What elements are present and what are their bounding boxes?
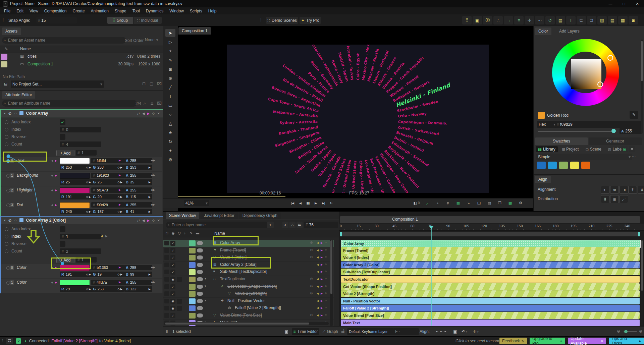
filmstrip-icon[interactable]: ▤ <box>556 16 565 24</box>
swatch-source-scene[interactable]: ▢Scene <box>583 146 603 152</box>
menu-item-window[interactable]: Window <box>167 8 186 14</box>
keyframe-diamond-icon[interactable]: ▶ <box>149 181 151 184</box>
saturation-value-square[interactable] <box>571 59 601 89</box>
pin-icon[interactable]: ⊹ <box>152 112 155 115</box>
prev-key-icon[interactable]: ◀ <box>51 189 53 192</box>
timeline-track[interactable]: TextDuplicator <box>341 276 640 283</box>
mask-icon[interactable]: ◔ <box>433 200 442 206</box>
attribute-socket[interactable] <box>5 135 8 139</box>
hex-mode-select[interactable]: Hex▾ <box>537 121 557 128</box>
hex-key-icon[interactable]: ▶ <box>119 188 121 191</box>
align-option-button[interactable]: ⇥ <box>620 186 628 194</box>
viewport-settings-icon[interactable]: ⚙ <box>516 200 525 206</box>
enabled-toggle-icon[interactable]: ⊘ <box>8 218 12 223</box>
tab-assets[interactable]: Assets <box>2 27 21 35</box>
time-editor-button[interactable]: ≡ Time Editor <box>292 328 319 335</box>
grid-dots-icon[interactable]: ⠿ <box>462 16 472 24</box>
r-field[interactable]: R191◇ ▶ <box>60 194 93 199</box>
loop-circle-icon[interactable]: ○ <box>325 270 327 273</box>
palette-more-button[interactable]: ⋯ <box>632 154 636 159</box>
color-swatch[interactable] <box>60 280 90 286</box>
sv-indicator[interactable] <box>597 81 603 87</box>
scene-layer-row[interactable]: ✓▾⇗Get Vector [Shape Position]⊘◀▶○ <box>163 283 334 290</box>
prev-key-icon[interactable]: ◀ <box>51 174 53 177</box>
folder-icon[interactable]: ⊟ <box>142 81 146 86</box>
prev-key-icon[interactable]: ◀ <box>317 306 319 309</box>
attribute-socket[interactable] <box>5 235 8 238</box>
keyframe-diamond-icon[interactable]: ◇ ▶ <box>117 195 122 198</box>
columns-icon[interactable]: ▥ <box>597 16 607 24</box>
color-array-item[interactable]: 1Background◀▶#191923▶A255◆▶R25◇ ▶G25◇ ▶B… <box>1 172 162 186</box>
alpha-field[interactable]: A255 <box>124 280 152 285</box>
tab-swatches[interactable]: Swatches <box>535 137 588 145</box>
align-option-button[interactable]: ⋰ <box>620 195 628 203</box>
next-key-icon[interactable]: ▶ <box>321 270 323 273</box>
lock-cell[interactable] <box>164 291 169 296</box>
visibility-cell[interactable]: ✓ <box>170 313 175 318</box>
alpha-more-icon[interactable]: ◆▶ <box>151 281 155 284</box>
timeline-zoom-handle[interactable] <box>624 330 628 333</box>
next-key-icon[interactable]: ▶ <box>147 112 150 115</box>
lock-cell[interactable] <box>164 241 169 245</box>
snap-frames-button[interactable]: -||-▸ <box>471 328 481 335</box>
lock-cell[interactable] <box>164 277 169 282</box>
layer-color-tag[interactable] <box>189 298 196 304</box>
add-color-button[interactable]: + Add <box>56 150 74 156</box>
prev-key-icon[interactable]: ◀ <box>142 112 145 115</box>
onion-skin-icon[interactable]: ◧0 <box>412 200 421 206</box>
scene-tab-1[interactable]: JavaScript Editor <box>201 212 238 219</box>
lock-cell[interactable] <box>164 284 169 289</box>
alpha-more-icon[interactable]: ◆▶ <box>151 203 155 206</box>
asset-row[interactable]: ▭Composition 130.00fps1920 x 1080 <box>0 61 163 68</box>
color-array-item[interactable]: 2Highlight◀▶#bf1473▶A255◆▶R191◇ ▶G20◇ ▶B… <box>1 186 162 201</box>
next-key-icon[interactable]: ▶ <box>55 204 57 207</box>
color-socket[interactable] <box>6 189 10 192</box>
viewport-tab-composition[interactable]: Composition 1 <box>178 27 211 35</box>
palette-swatch-3[interactable] <box>570 162 579 169</box>
fast-forward-icon[interactable]: » <box>464 200 473 206</box>
camera-tool-icon[interactable]: ◙ <box>165 65 175 73</box>
status-button-tips-and-tricks[interactable]: Tips and Tricks➤ <box>609 338 644 344</box>
visibility-cell[interactable]: ◉ <box>170 306 175 311</box>
collapse-chevron-icon[interactable]: ▾ <box>4 219 6 222</box>
toolbar-drag-handle-2[interactable]: ⁞ <box>260 18 261 22</box>
pick-filter-icon[interactable]: ∴ <box>289 222 296 228</box>
add-count-field[interactable]: #1 <box>76 257 97 263</box>
next-key-icon[interactable]: ▶ <box>321 263 323 266</box>
range-end-handle[interactable] <box>638 232 640 236</box>
close-button[interactable]: ✕ <box>631 0 644 7</box>
hex-key-icon[interactable]: ▶ <box>119 174 121 177</box>
alpha-more-icon[interactable]: ◆▶ <box>151 159 155 162</box>
next-key-icon[interactable]: ▶ <box>147 219 150 222</box>
scene-layer-row[interactable]: ✓≡Sub-Mesh [TextDuplicator]◀▶○ <box>163 269 334 276</box>
prev-key-icon[interactable]: ◀ <box>317 314 319 317</box>
individual-mode-button[interactable]: ∷ Individual <box>133 17 162 24</box>
r-field[interactable]: R25◇ ▶ <box>60 179 93 185</box>
timeline-frame-field[interactable]: F - <box>393 328 419 335</box>
prev-key-icon[interactable]: ◀ <box>317 241 319 244</box>
message-count-badge[interactable]: 2 <box>16 338 21 344</box>
layer-toggle-pill[interactable] <box>197 248 203 252</box>
timeline-track[interactable]: Null - Position Vector <box>341 298 640 304</box>
palette-select[interactable]: Simple▾ <box>536 154 632 160</box>
align-option-button[interactable]: ⇳ <box>638 186 644 194</box>
tab-add-layers[interactable]: Add Layers <box>556 27 583 35</box>
layer-color-tag[interactable] <box>189 262 196 268</box>
lock-cell[interactable] <box>164 299 169 303</box>
lock-cell[interactable] <box>164 313 169 318</box>
loop-circle-icon[interactable]: ○ <box>325 284 327 288</box>
status-button-upgrade-to-pro[interactable]: Upgrade to Pro✦ <box>530 338 565 344</box>
keyframe-diamond-icon[interactable]: ◇ ▶ <box>117 181 122 184</box>
keyframe-bars2-icon[interactable]: ⊒ <box>587 16 596 24</box>
timeline-track[interactable]: Value Blend [Font Size] <box>341 312 640 319</box>
scene-layer-row[interactable]: ✓▤Color Array 2 [Color]◀▶○ <box>163 262 334 269</box>
lock-cell[interactable] <box>164 306 169 310</box>
attribute-socket[interactable] <box>5 227 8 231</box>
settings-mini-icon[interactable]: ⇄ <box>137 112 140 115</box>
layer-color-tag[interactable] <box>189 305 196 311</box>
extra-cell[interactable] <box>177 299 182 304</box>
align-option-button[interactable]: ⇹ <box>610 186 619 194</box>
undo-curve-icon[interactable]: ↺ <box>545 16 555 24</box>
attribute-checkbox[interactable] <box>60 226 65 232</box>
scene-layer-row[interactable]: ◉▾✛Null - Position Vector◀▶○ <box>163 298 334 305</box>
